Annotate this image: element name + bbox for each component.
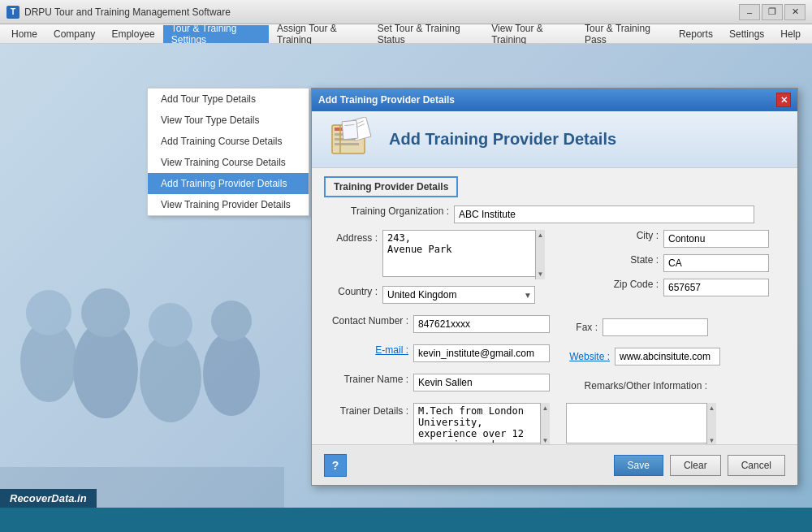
fax-label: Fax : [558, 322, 603, 333]
country-row: Country : United Kingdom United States I… [324, 286, 598, 304]
menu-company[interactable]: Company [45, 25, 103, 43]
zip-row: Zip Code : [607, 279, 785, 296]
address-wrapper: ▲ ▼ [382, 230, 545, 279]
city-row: City : [607, 230, 785, 248]
trainer-left: Trainer Name : [324, 374, 550, 398]
cancel-button[interactable]: Cancel [728, 455, 785, 476]
address-row: Address : ▲ ▼ [324, 230, 598, 279]
address-input[interactable] [382, 230, 545, 277]
dropdown-view-tour-type[interactable]: View Tour Type Details [148, 110, 309, 131]
dialog-body: Training Provider Details Training Organ… [312, 168, 797, 461]
state-label: State : [607, 254, 663, 266]
contact-input[interactable] [413, 315, 550, 333]
website-right: Website : [558, 344, 720, 369]
country-select[interactable]: United Kingdom United States India Austr… [382, 286, 535, 304]
state-row: State : [607, 254, 785, 272]
menu-help[interactable]: Help [772, 25, 809, 43]
zip-input[interactable] [663, 279, 769, 296]
minimize-button[interactable]: – [739, 4, 760, 20]
dropdown-add-training-course[interactable]: Add Training Course Details [148, 131, 309, 152]
email-row: E-mail : [324, 344, 550, 362]
app-title: DRPU Tour and Training Management Softwa… [24, 6, 739, 18]
dropdown-add-training-provider[interactable]: Add Training Provider Details [148, 173, 309, 194]
menu-employee[interactable]: Employee [103, 25, 162, 43]
trainer-name-row: Trainer Name : [324, 374, 550, 391]
dialog-header-icon [328, 117, 377, 162]
email-left: E-mail : [324, 344, 550, 369]
dropdown-view-training-provider[interactable]: View Training Provider Details [148, 194, 309, 215]
menu-settings[interactable]: Settings [721, 25, 772, 43]
restore-button[interactable]: ❐ [762, 4, 783, 20]
background-illustration [0, 199, 284, 508]
svg-rect-13 [335, 143, 359, 145]
fax-input[interactable] [603, 318, 708, 336]
remarks-scrollbar[interactable]: ▲ ▼ [706, 403, 716, 446]
watermark: RecoverData.in [0, 489, 97, 508]
save-button[interactable]: Save [614, 455, 663, 476]
country-label: Country : [324, 286, 382, 297]
close-button[interactable]: ✕ [784, 4, 806, 20]
training-org-input[interactable] [454, 205, 754, 223]
dialog-footer: ? Save Clear Cancel [312, 444, 797, 485]
trainer-details-row: Trainer Details : ▲ ▼ [324, 403, 550, 446]
email-input[interactable] [413, 344, 550, 362]
training-org-row: Training Organization : [324, 205, 785, 223]
window-controls: – ❐ ✕ [739, 4, 806, 20]
website-input[interactable] [615, 348, 720, 365]
menu-tour-training-settings[interactable]: Tour & Training Settings [163, 25, 269, 43]
help-button[interactable]: ? [324, 454, 347, 477]
state-input[interactable] [663, 254, 769, 272]
trainer-details-wrapper: ▲ ▼ [413, 403, 550, 446]
trainer-remarks-row: Trainer Name : Remarks/Other Information… [324, 374, 785, 398]
email-label[interactable]: E-mail : [324, 344, 413, 356]
main-content: Add Tour Type Details View Tour Type Det… [0, 44, 812, 508]
country-select-wrapper: United Kingdom United States India Austr… [382, 286, 535, 304]
title-bar: T DRPU Tour and Training Management Soft… [0, 0, 812, 24]
menu-view-tour-training[interactable]: View Tour & Training [483, 25, 577, 43]
dialog-header-title: Add Training Provider Details [389, 130, 616, 149]
remarks-right: Remarks/Other Information : [558, 374, 712, 398]
trainer-details-input[interactable] [413, 403, 550, 443]
menu-set-status[interactable]: Set Tour & Training Status [369, 25, 483, 43]
clear-button[interactable]: Clear [670, 455, 721, 476]
trainer-name-label: Trainer Name : [324, 374, 413, 385]
contact-row: Contact Number : [324, 315, 550, 333]
zip-label: Zip Code : [607, 279, 663, 290]
dropdown-add-tour-type[interactable]: Add Tour Type Details [148, 89, 309, 110]
address-col: Address : ▲ ▼ Country : [324, 230, 598, 310]
fax-right: Fax : [558, 315, 708, 340]
website-label[interactable]: Website : [558, 351, 615, 362]
dialog-title: Add Training Provider Details [318, 94, 455, 106]
trainer-details-scrollbar[interactable]: ▲ ▼ [540, 403, 550, 446]
svg-point-5 [149, 303, 192, 347]
dropdown-menu: Add Tour Type Details View Tour Type Det… [147, 88, 309, 216]
dropdown-view-training-course[interactable]: View Training Course Details [148, 152, 309, 173]
section-header: Training Provider Details [324, 176, 458, 197]
email-website-row: E-mail : Website : [324, 344, 785, 369]
menu-home[interactable]: Home [3, 25, 45, 43]
svg-point-3 [81, 288, 130, 337]
app-icon: T [6, 6, 19, 19]
dialog-close-button[interactable]: ✕ [776, 93, 791, 107]
dialog-header: Add Training Provider Details [312, 111, 797, 168]
right-col: City : State : Zip Code : [607, 230, 785, 310]
menu-reports[interactable]: Reports [671, 25, 721, 43]
menu-tour-training-pass[interactable]: Tour & Training Pass [577, 25, 671, 43]
address-section: Address : ▲ ▼ Country : [324, 230, 785, 310]
svg-point-1 [26, 290, 71, 335]
dialog-title-bar: Add Training Provider Details ✕ [312, 89, 797, 111]
svg-point-6 [203, 331, 260, 416]
trainer-name-input[interactable] [413, 374, 550, 391]
add-training-provider-dialog: Add Training Provider Details ✕ Add Trai… [311, 88, 798, 486]
trainer-details-label: Trainer Details : [324, 403, 413, 417]
address-scrollbar[interactable]: ▲ ▼ [535, 230, 545, 279]
city-input[interactable] [663, 230, 769, 248]
svg-rect-18 [342, 120, 358, 139]
address-label: Address : [324, 230, 382, 244]
city-label: City : [607, 230, 663, 241]
contact-left: Contact Number : [324, 315, 550, 340]
menu-assign-tour-training[interactable]: Assign Tour & Training [269, 25, 369, 43]
menu-bar: Home Company Employee Tour & Training Se… [0, 24, 812, 44]
remarks-input[interactable] [566, 403, 716, 443]
remarks-wrapper: ▲ ▼ [566, 403, 716, 446]
